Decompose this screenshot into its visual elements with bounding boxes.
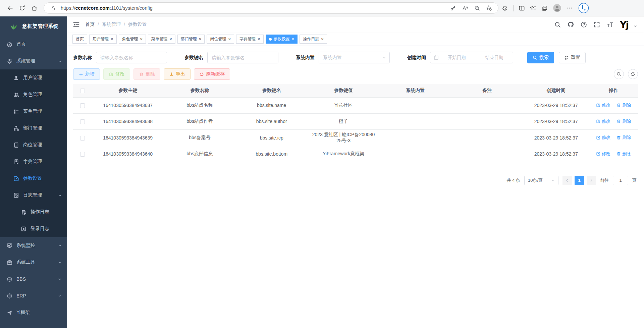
tab-5[interactable]: 岗位管理× [207, 35, 234, 44]
goto-page-input[interactable] [613, 176, 628, 185]
row-checkbox[interactable] [80, 136, 85, 141]
more-icon[interactable] [567, 5, 573, 11]
tab-3[interactable]: 菜单管理× [148, 35, 175, 44]
close-icon[interactable]: × [321, 37, 324, 41]
breadcrumb-item-0[interactable]: 首页 [85, 21, 95, 28]
sidebar-item-4[interactable]: 菜单管理 [0, 103, 67, 120]
add-button[interactable]: 新增 [73, 68, 100, 80]
sidebar-item-8[interactable]: 参数设置 [0, 170, 67, 187]
search-icon[interactable] [554, 21, 561, 28]
param-key-input[interactable] [207, 52, 278, 63]
edit-square-icon [13, 176, 19, 181]
tab-1[interactable]: 用户管理× [89, 35, 117, 44]
tab-7[interactable]: 参数设置× [266, 35, 298, 44]
refresh-table-button[interactable] [628, 69, 638, 79]
close-icon[interactable]: × [140, 37, 143, 41]
sidebar-item-15[interactable]: ERP [0, 287, 67, 304]
tab-4[interactable]: 部门管理× [177, 35, 205, 44]
toggle-search-button[interactable] [614, 69, 624, 79]
sidebar-item-6[interactable]: 岗位管理 [0, 136, 67, 153]
edit-row-button[interactable]: 修改 [596, 102, 610, 108]
url-text[interactable]: https://ccnetcore.com:1101/system/config [61, 5, 153, 11]
zoom-out-icon[interactable] [473, 5, 481, 11]
sidebar-item-12[interactable]: 系统监控 [0, 237, 67, 254]
sidebar-item-10[interactable]: 操作日志 [0, 204, 67, 220]
row-checkbox[interactable] [80, 152, 85, 157]
profile-avatar-icon[interactable] [553, 4, 561, 12]
favorites-bar-icon[interactable] [530, 5, 536, 11]
tab-0[interactable]: 首页 [72, 35, 87, 44]
sidebar-item-5[interactable]: 部门管理 [0, 120, 67, 136]
delete-row-button[interactable]: 删除 [616, 151, 631, 157]
breadcrumb-item-2: 参数设置 [128, 21, 147, 28]
search-button[interactable]: 搜索 [527, 52, 554, 63]
fullscreen-icon[interactable] [594, 21, 600, 28]
breadcrumb-item-1[interactable]: 系统管理 [102, 21, 121, 28]
refresh-cache-button[interactable]: 刷新缓存 [194, 68, 230, 80]
sidebar-toggle-icon[interactable] [72, 21, 80, 28]
close-icon[interactable]: × [258, 37, 260, 41]
lock-icon[interactable] [49, 6, 57, 11]
sidebar-item-0[interactable]: 首页 [0, 36, 67, 53]
close-icon[interactable]: × [199, 37, 202, 41]
delete-button[interactable]: 删除 [133, 68, 160, 80]
font-size-icon[interactable] [607, 21, 613, 28]
sidebar-item-9[interactable]: 日志管理 [0, 187, 67, 204]
row-checkbox[interactable] [80, 103, 85, 108]
param-name-input[interactable] [96, 52, 167, 63]
row-checkbox[interactable] [80, 119, 85, 124]
tab-8[interactable]: 操作日志× [300, 35, 327, 44]
export-button[interactable]: 导出 [164, 68, 191, 80]
date-range-picker[interactable]: 开始日期 - 结束日期 [430, 52, 513, 63]
sidebar-item-2[interactable]: 用户管理 [0, 69, 67, 86]
close-icon[interactable]: × [292, 37, 294, 41]
home-icon[interactable] [28, 2, 40, 14]
edit-row-button[interactable]: 修改 [596, 118, 610, 124]
app-logo[interactable]: 意框架管理系统 [0, 16, 67, 36]
address-bar[interactable]: https://ccnetcore.com:1101/system/config [44, 2, 498, 14]
split-screen-icon[interactable] [519, 5, 525, 11]
sidebar-item-7[interactable]: 字典管理 [0, 153, 67, 170]
edit-row-button[interactable]: 修改 [596, 134, 610, 141]
chevron-up-icon [58, 59, 62, 63]
builtin-select[interactable]: 系统内置 [319, 52, 390, 63]
chevron-down-icon[interactable] [632, 23, 639, 30]
help-icon[interactable] [581, 21, 587, 28]
collections-icon[interactable] [541, 5, 548, 11]
extensions-icon[interactable] [502, 5, 508, 11]
favorite-add-icon[interactable] [485, 5, 493, 11]
sidebar-item-3[interactable]: 角色管理 [0, 86, 67, 103]
page-size-select[interactable]: 10条/页 [524, 176, 558, 185]
select-all-checkbox[interactable] [80, 89, 85, 93]
prev-page-button[interactable] [562, 176, 572, 185]
table-toolbar: 新增 修改 删除 导出 刷新缓存 [73, 68, 638, 80]
sidebar-item-label: 菜单管理 [23, 108, 42, 114]
sidebar-item-14[interactable]: BBS [0, 271, 67, 287]
close-icon[interactable]: × [169, 37, 172, 41]
page-number-1[interactable]: 1 [575, 176, 584, 185]
bing-copilot-icon[interactable] [578, 3, 590, 13]
reload-icon[interactable] [16, 2, 28, 14]
sidebar-item-16[interactable]: Yi框架 [0, 304, 67, 321]
delete-row-button[interactable]: 删除 [616, 118, 631, 124]
read-aloud-icon[interactable] [461, 5, 469, 11]
close-icon[interactable]: × [111, 37, 113, 41]
sidebar-item-11[interactable]: 登录日志 [0, 220, 67, 237]
tab-6[interactable]: 字典管理× [236, 35, 264, 44]
reload-icon [19, 5, 25, 11]
cell-remark [451, 113, 523, 129]
sidebar-item-1[interactable]: 系统管理 [0, 53, 67, 69]
delete-row-button[interactable]: 删除 [616, 134, 631, 141]
edit-button[interactable]: 修改 [103, 68, 130, 80]
back-icon[interactable] [4, 2, 16, 14]
next-page-button[interactable] [587, 176, 596, 185]
delete-row-button[interactable]: 删除 [616, 102, 631, 108]
reset-button[interactable]: 重置 [559, 52, 586, 63]
github-icon[interactable] [568, 21, 574, 28]
user-logo[interactable]: Yj [620, 20, 628, 29]
key-icon[interactable] [448, 5, 457, 11]
sidebar-item-13[interactable]: 系统工具 [0, 254, 67, 271]
edit-row-button[interactable]: 修改 [596, 151, 610, 157]
close-icon[interactable]: × [228, 37, 231, 41]
tab-2[interactable]: 角色管理× [119, 35, 146, 44]
